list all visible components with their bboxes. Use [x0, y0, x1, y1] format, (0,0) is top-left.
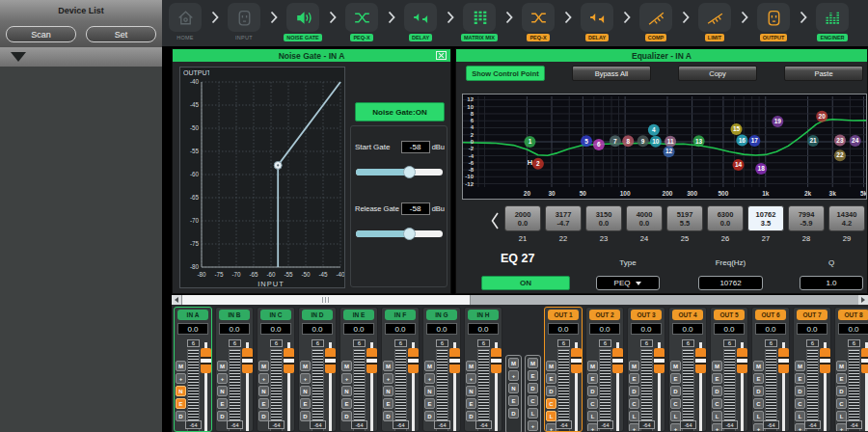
channel-button-in-g-plus[interactable]: +: [424, 373, 435, 384]
eq-point-12[interactable]: 12: [664, 146, 675, 157]
eq-band-22[interactable]: 3177-4.7: [545, 205, 582, 231]
fader-handle[interactable]: [571, 348, 582, 373]
channel-button-in-c-m[interactable]: M: [258, 361, 269, 371]
scroll-left-icon[interactable]: [172, 295, 181, 305]
fader-handle[interactable]: [737, 348, 747, 373]
eq-point-22[interactable]: 22: [834, 149, 846, 161]
master-strip-1[interactable]: M+NED: [505, 355, 522, 432]
channel-button-out-8-m[interactable]: M: [836, 361, 847, 371]
channel-button-in-c-plus[interactable]: +: [258, 373, 269, 384]
channel-button-in-b-plus[interactable]: +: [217, 373, 228, 384]
eq-point-20[interactable]: 20: [816, 111, 827, 122]
toolbar-item-input[interactable]: INPUT: [224, 3, 264, 40]
channel-button-out-2-d[interactable]: D: [587, 386, 598, 396]
channel-button-in-f-e[interactable]: E: [383, 398, 393, 409]
mixer-scrollbar[interactable]: [172, 295, 868, 305]
eq-point-19[interactable]: 19: [772, 116, 783, 127]
channel-button-in-h-e[interactable]: E: [466, 398, 476, 409]
channel-button-out-3-m[interactable]: M: [629, 361, 639, 371]
channel-button-out-1-e[interactable]: E: [546, 373, 556, 384]
eq-band-27[interactable]: 107623.5: [747, 205, 784, 231]
channel-strip-out-1[interactable]: OUT 10.06-64MEDCL+: [544, 307, 583, 432]
release-gate-slider[interactable]: [356, 230, 443, 237]
toolbar-item-peq-x[interactable]: PEQ-X: [341, 3, 382, 41]
channel-button-out-5-c[interactable]: C: [712, 398, 722, 409]
fader-handle[interactable]: [284, 348, 294, 373]
release-gate-value[interactable]: -58: [401, 202, 430, 215]
master-button-l[interactable]: L: [528, 408, 538, 418]
channel-gain-value[interactable]: 0.0: [177, 323, 208, 335]
channel-button-out-1-m[interactable]: M: [546, 361, 556, 371]
channel-button-out-7-c[interactable]: C: [795, 398, 805, 409]
channel-button-in-e-plus[interactable]: +: [341, 373, 352, 384]
eq-point-21[interactable]: 21: [807, 135, 819, 147]
channel-button-out-7-e[interactable]: E: [795, 373, 805, 384]
channel-button-out-8-d[interactable]: D: [836, 386, 847, 396]
toolbar-item-output[interactable]: OUTPUT: [753, 3, 794, 41]
channel-button-in-f-n[interactable]: N: [383, 386, 393, 396]
channel-gain-value[interactable]: 0.0: [672, 323, 703, 335]
channel-button-in-a-plus[interactable]: +: [176, 373, 186, 384]
channel-strip-in-f[interactable]: IN F0.06-64M+NED: [381, 307, 420, 432]
channel-button-out-6-c[interactable]: C: [753, 398, 764, 409]
channel-button-in-h-n[interactable]: N: [466, 386, 476, 396]
show-control-point-button[interactable]: Show Control Point: [466, 66, 545, 81]
channel-button-in-b-n[interactable]: N: [217, 386, 228, 396]
channel-button-out-1-d[interactable]: D: [546, 386, 556, 396]
channel-button-out-7-m[interactable]: M: [795, 361, 805, 371]
channel-button-out-5-m[interactable]: M: [712, 361, 722, 371]
channel-strip-out-3[interactable]: OUT 30.06-64MEDCL+: [627, 307, 665, 432]
channel-button-in-c-n[interactable]: N: [258, 386, 269, 396]
channel-button-out-2-e[interactable]: E: [587, 373, 598, 384]
paste-button[interactable]: Paste: [784, 66, 863, 81]
master-strip-2[interactable]: MEDCL+: [525, 355, 541, 432]
eq-point-24[interactable]: 24: [850, 135, 861, 147]
channel-button-in-d-n[interactable]: N: [300, 386, 311, 396]
channel-button-in-c-e[interactable]: E: [258, 398, 269, 409]
channel-button-out-7-d[interactable]: D: [795, 386, 805, 396]
channel-gain-value[interactable]: 0.0: [589, 323, 620, 335]
channel-strip-in-g[interactable]: IN G0.06-64M+NED: [422, 307, 461, 432]
eq-point-14[interactable]: 14: [733, 159, 745, 171]
toolbar-item-noise-gate[interactable]: NOISE GATE: [283, 3, 323, 41]
toolbar-item-matrix-mix[interactable]: MATRIX MIX: [459, 3, 500, 41]
noise-gate-graph[interactable]: OUTPUT -40-45-50-55-60-65-70-75-80-80-75…: [179, 67, 345, 288]
eq-point-11[interactable]: 11: [665, 136, 676, 148]
eq-point-23[interactable]: 23: [834, 135, 846, 147]
channel-button-out-3-d[interactable]: D: [629, 386, 639, 396]
fader-handle[interactable]: [654, 348, 665, 373]
channel-button-out-2-m[interactable]: M: [587, 361, 598, 371]
eq-freq-input[interactable]: 10762: [698, 276, 763, 290]
channel-strip-out-7[interactable]: OUT 70.06-64MEDCL+: [793, 307, 831, 432]
master-button-d[interactable]: D: [528, 383, 538, 393]
channel-button-in-g-n[interactable]: N: [424, 386, 435, 396]
channel-strip-in-b[interactable]: IN B0.06-64M+NED: [215, 307, 254, 432]
eq-point-8[interactable]: 8: [622, 135, 634, 147]
channel-button-in-e-e[interactable]: E: [341, 398, 352, 409]
channel-strip-in-c[interactable]: IN C0.06-64M+NED: [257, 307, 295, 432]
channel-button-out-6-m[interactable]: M: [753, 361, 764, 371]
channel-strip-in-a[interactable]: IN A0.06-64M+NED: [174, 307, 212, 432]
channel-gain-value[interactable]: 0.0: [219, 323, 250, 335]
channel-strip-out-6[interactable]: OUT 60.06-64MEDCL+: [751, 307, 790, 432]
fader-handle[interactable]: [325, 348, 336, 373]
eq-band-25[interactable]: 51975.5: [666, 205, 703, 231]
channel-gain-value[interactable]: 0.0: [838, 323, 868, 335]
fader-handle[interactable]: [861, 348, 868, 373]
channel-gain-value[interactable]: 0.0: [426, 323, 457, 335]
toolbar-item-comp[interactable]: COMP: [636, 3, 676, 41]
channel-gain-value[interactable]: 0.0: [468, 323, 499, 335]
channel-button-in-h-m[interactable]: M: [466, 361, 476, 371]
master-button-m[interactable]: M: [508, 358, 519, 368]
scan-button[interactable]: Scan: [6, 26, 76, 42]
toolbar-item-delay[interactable]: DELAY: [577, 3, 617, 41]
channel-strip-in-e[interactable]: IN E0.06-64M+NED: [339, 307, 378, 432]
device-tree-expander[interactable]: [0, 47, 162, 67]
eq-point-16[interactable]: 16: [736, 135, 747, 147]
eq-point-5[interactable]: 5: [581, 135, 592, 147]
channel-button-out-8-e[interactable]: E: [836, 373, 847, 384]
fader-handle[interactable]: [201, 348, 211, 373]
channel-button-in-a-m[interactable]: M: [176, 361, 186, 371]
channel-gain-value[interactable]: 0.0: [714, 323, 745, 335]
eq-point-1[interactable]: 1: [524, 136, 535, 148]
